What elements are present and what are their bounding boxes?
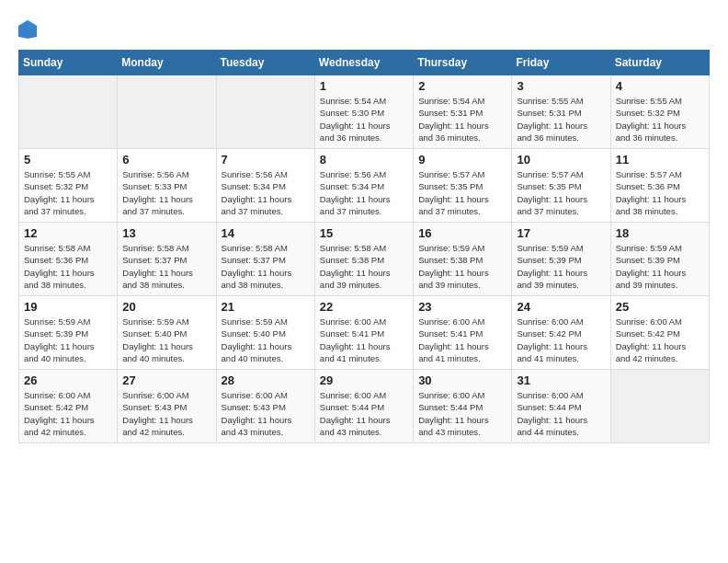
day-number: 1 (320, 79, 408, 93)
day-number: 30 (418, 373, 506, 387)
calendar-cell: 17Sunrise: 5:59 AM Sunset: 5:39 PM Dayli… (512, 223, 610, 296)
logo (18, 18, 40, 40)
day-number: 29 (320, 373, 408, 387)
calendar-week-4: 19Sunrise: 5:59 AM Sunset: 5:39 PM Dayli… (19, 296, 710, 370)
day-number: 8 (320, 153, 408, 167)
day-info: Sunrise: 5:56 AM Sunset: 5:34 PM Dayligh… (222, 168, 310, 217)
day-info: Sunrise: 5:56 AM Sunset: 5:34 PM Dayligh… (320, 168, 408, 217)
logo-icon (18, 18, 37, 40)
day-number: 10 (517, 153, 605, 167)
calendar-cell: 7Sunrise: 5:56 AM Sunset: 5:34 PM Daylig… (216, 149, 314, 223)
day-info: Sunrise: 6:00 AM Sunset: 5:41 PM Dayligh… (320, 316, 408, 364)
calendar-cell: 11Sunrise: 5:57 AM Sunset: 5:36 PM Dayli… (610, 149, 709, 223)
day-info: Sunrise: 5:57 AM Sunset: 5:36 PM Dayligh… (616, 168, 704, 217)
calendar-cell (19, 75, 118, 149)
day-number: 9 (418, 153, 506, 167)
calendar-cell: 22Sunrise: 6:00 AM Sunset: 5:41 PM Dayli… (314, 296, 413, 370)
day-number: 27 (122, 373, 210, 387)
day-number: 13 (122, 226, 210, 240)
weekday-header-friday: Friday (512, 51, 610, 75)
day-info: Sunrise: 5:55 AM Sunset: 5:32 PM Dayligh… (616, 95, 704, 144)
day-info: Sunrise: 5:59 AM Sunset: 5:40 PM Dayligh… (222, 316, 310, 364)
day-number: 25 (616, 300, 704, 314)
calendar-cell (216, 75, 314, 149)
day-info: Sunrise: 5:58 AM Sunset: 5:37 PM Dayligh… (122, 242, 210, 291)
day-info: Sunrise: 5:58 AM Sunset: 5:36 PM Dayligh… (24, 242, 112, 291)
calendar-week-3: 12Sunrise: 5:58 AM Sunset: 5:36 PM Dayli… (19, 223, 710, 296)
day-info: Sunrise: 5:59 AM Sunset: 5:39 PM Dayligh… (616, 242, 704, 291)
day-number: 24 (517, 300, 605, 314)
day-info: Sunrise: 5:58 AM Sunset: 5:38 PM Dayligh… (320, 242, 408, 291)
day-info: Sunrise: 6:00 AM Sunset: 5:41 PM Dayligh… (418, 316, 506, 364)
calendar-cell: 27Sunrise: 6:00 AM Sunset: 5:43 PM Dayli… (118, 370, 216, 443)
day-info: Sunrise: 5:57 AM Sunset: 5:35 PM Dayligh… (517, 168, 605, 217)
day-info: Sunrise: 5:59 AM Sunset: 5:40 PM Dayligh… (122, 316, 210, 364)
day-number: 28 (222, 373, 310, 387)
calendar-cell: 18Sunrise: 5:59 AM Sunset: 5:39 PM Dayli… (610, 223, 709, 296)
calendar-cell: 12Sunrise: 5:58 AM Sunset: 5:36 PM Dayli… (19, 223, 118, 296)
day-number: 7 (222, 153, 310, 167)
calendar-cell: 23Sunrise: 6:00 AM Sunset: 5:41 PM Dayli… (414, 296, 512, 370)
day-info: Sunrise: 6:00 AM Sunset: 5:44 PM Dayligh… (320, 389, 408, 438)
day-number: 4 (616, 79, 704, 93)
calendar-cell: 14Sunrise: 5:58 AM Sunset: 5:37 PM Dayli… (216, 223, 314, 296)
calendar-cell: 10Sunrise: 5:57 AM Sunset: 5:35 PM Dayli… (512, 149, 610, 223)
calendar-cell (118, 75, 216, 149)
calendar-cell: 29Sunrise: 6:00 AM Sunset: 5:44 PM Dayli… (314, 370, 413, 443)
day-number: 6 (122, 153, 210, 167)
weekday-header-wednesday: Wednesday (314, 51, 413, 75)
day-number: 5 (24, 153, 112, 167)
day-number: 21 (222, 300, 310, 314)
day-number: 11 (616, 153, 704, 167)
calendar-cell: 25Sunrise: 6:00 AM Sunset: 5:42 PM Dayli… (610, 296, 709, 370)
calendar-cell: 1Sunrise: 5:54 AM Sunset: 5:30 PM Daylig… (314, 75, 413, 149)
calendar-cell: 13Sunrise: 5:58 AM Sunset: 5:37 PM Dayli… (118, 223, 216, 296)
day-info: Sunrise: 6:00 AM Sunset: 5:43 PM Dayligh… (122, 389, 210, 438)
calendar-cell: 19Sunrise: 5:59 AM Sunset: 5:39 PM Dayli… (19, 296, 118, 370)
day-info: Sunrise: 5:55 AM Sunset: 5:32 PM Dayligh… (24, 168, 112, 217)
day-number: 3 (517, 79, 605, 93)
day-info: Sunrise: 5:54 AM Sunset: 5:31 PM Dayligh… (418, 95, 506, 144)
weekday-header-tuesday: Tuesday (216, 51, 314, 75)
day-number: 22 (320, 300, 408, 314)
day-number: 2 (418, 79, 506, 93)
calendar-cell: 28Sunrise: 6:00 AM Sunset: 5:43 PM Dayli… (216, 370, 314, 443)
calendar-cell: 21Sunrise: 5:59 AM Sunset: 5:40 PM Dayli… (216, 296, 314, 370)
calendar-cell: 3Sunrise: 5:55 AM Sunset: 5:31 PM Daylig… (512, 75, 610, 149)
day-number: 16 (418, 226, 506, 240)
day-number: 26 (24, 373, 112, 387)
day-number: 17 (517, 226, 605, 240)
day-info: Sunrise: 5:54 AM Sunset: 5:30 PM Dayligh… (320, 95, 408, 144)
page-header (18, 18, 710, 40)
day-number: 23 (418, 300, 506, 314)
day-info: Sunrise: 6:00 AM Sunset: 5:44 PM Dayligh… (517, 389, 605, 438)
calendar-cell: 8Sunrise: 5:56 AM Sunset: 5:34 PM Daylig… (314, 149, 413, 223)
calendar-cell: 16Sunrise: 5:59 AM Sunset: 5:38 PM Dayli… (414, 223, 512, 296)
calendar-cell (610, 370, 709, 443)
day-number: 18 (616, 226, 704, 240)
day-number: 31 (517, 373, 605, 387)
calendar-cell: 26Sunrise: 6:00 AM Sunset: 5:42 PM Dayli… (19, 370, 118, 443)
day-info: Sunrise: 5:59 AM Sunset: 5:39 PM Dayligh… (24, 316, 112, 364)
day-info: Sunrise: 5:59 AM Sunset: 5:39 PM Dayligh… (517, 242, 605, 291)
day-info: Sunrise: 5:59 AM Sunset: 5:38 PM Dayligh… (418, 242, 506, 291)
day-info: Sunrise: 5:56 AM Sunset: 5:33 PM Dayligh… (122, 168, 210, 217)
weekday-header-sunday: Sunday (19, 51, 118, 75)
day-info: Sunrise: 6:00 AM Sunset: 5:44 PM Dayligh… (418, 389, 506, 438)
calendar-cell: 30Sunrise: 6:00 AM Sunset: 5:44 PM Dayli… (414, 370, 512, 443)
day-info: Sunrise: 5:57 AM Sunset: 5:35 PM Dayligh… (418, 168, 506, 217)
weekday-header-row: SundayMondayTuesdayWednesdayThursdayFrid… (19, 51, 710, 75)
day-info: Sunrise: 6:00 AM Sunset: 5:42 PM Dayligh… (24, 389, 112, 438)
calendar-cell: 9Sunrise: 5:57 AM Sunset: 5:35 PM Daylig… (414, 149, 512, 223)
weekday-header-thursday: Thursday (414, 51, 512, 75)
weekday-header-monday: Monday (118, 51, 216, 75)
calendar-table: SundayMondayTuesdayWednesdayThursdayFrid… (18, 50, 710, 443)
calendar-cell: 15Sunrise: 5:58 AM Sunset: 5:38 PM Dayli… (314, 223, 413, 296)
day-number: 12 (24, 226, 112, 240)
calendar-cell: 24Sunrise: 6:00 AM Sunset: 5:42 PM Dayli… (512, 296, 610, 370)
weekday-header-saturday: Saturday (610, 51, 709, 75)
day-info: Sunrise: 6:00 AM Sunset: 5:42 PM Dayligh… (517, 316, 605, 364)
day-info: Sunrise: 5:58 AM Sunset: 5:37 PM Dayligh… (222, 242, 310, 291)
calendar-week-2: 5Sunrise: 5:55 AM Sunset: 5:32 PM Daylig… (19, 149, 710, 223)
calendar-cell: 5Sunrise: 5:55 AM Sunset: 5:32 PM Daylig… (19, 149, 118, 223)
